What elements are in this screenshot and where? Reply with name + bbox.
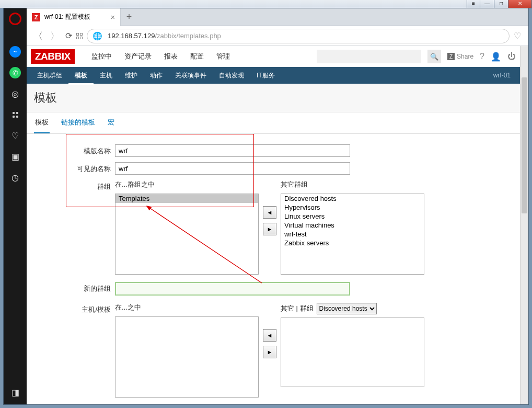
header-search-input[interactable] [317,50,421,63]
camera-icon[interactable]: ◎ [9,88,21,99]
new-group-input[interactable] [115,282,350,296]
form-tab[interactable]: 模板 [34,112,50,133]
page-title-bar: 模板 [27,84,520,112]
globe-icon: 🌐 [92,31,102,41]
list-item[interactable]: Hypervisors [281,203,424,212]
top-nav-item[interactable]: 报表 [158,47,184,66]
speed-dial-icon[interactable] [9,109,21,120]
top-nav: 监控中资产记录报表配置管理 [85,47,236,66]
top-nav-item[interactable]: 配置 [184,47,210,66]
in-groups-listbox[interactable]: Templates [115,194,259,275]
messenger-icon[interactable]: ~ [9,46,21,58]
label-groups: 群组 [34,180,115,191]
label-visible-name: 可见的名称 [34,162,115,174]
window-close-button[interactable]: ✕ [508,0,532,8]
power-icon[interactable]: ⏻ [507,52,516,61]
tab-title: wrf-01: 配置模板 [44,13,90,21]
heart-outline-icon[interactable]: ♡ [9,130,21,141]
other-groups-listbox[interactable]: Discovered hostsHypervisorsLinux servers… [281,194,424,275]
sub-nav-item[interactable]: 动作 [144,66,169,85]
speeddial-button[interactable] [76,33,83,39]
opera-sidebar: ~ ✆ ◎ ♡ ▣ ◷ ◨ [4,8,27,404]
tab-close-icon[interactable]: × [111,13,115,21]
list-item[interactable]: Linux servers [281,212,424,221]
window-menu-button[interactable]: ≡ [467,0,480,8]
label-template-name: 模版名称 [34,144,115,156]
zabbix-header: ZABBIX 监控中资产记录报表配置管理 🔍 ZShare ? 👤 ⏻ [27,46,520,67]
url-path: /zabbix/templates.php [155,32,221,40]
nav-forward-button[interactable]: 〉 [49,30,61,42]
sidebar-toggle-icon[interactable]: ◨ [9,387,21,398]
sub-nav-item[interactable]: 维护 [119,66,144,85]
sub-nav: 主机群组模板主机维护动作关联项事件自动发现IT服务wrf-01 [27,67,520,84]
sub-nav-item[interactable]: IT服务 [250,66,281,85]
label-host-template: 主机/模板 [34,303,115,314]
host-move-left-button[interactable]: ◄ [263,329,276,342]
browser-tab[interactable]: Z wrf-01: 配置模板 × [27,8,121,26]
opera-logo-icon[interactable] [9,13,21,25]
history-icon[interactable]: ◷ [9,172,21,183]
window-minimize-button[interactable]: — [480,0,494,8]
sub-nav-item[interactable]: 模板 [68,66,94,85]
vertical-scrollbar[interactable] [520,46,528,404]
form-tabs: 模板链接的模板宏 [27,112,520,134]
context-label: wrf-01 [493,72,516,79]
help-icon[interactable]: ? [480,52,484,61]
sub-nav-item[interactable]: 主机 [94,66,119,85]
form-tab[interactable]: 宏 [107,112,115,133]
move-left-button[interactable]: ◄ [263,206,276,219]
tab-favicon-icon: Z [32,13,40,21]
sub-nav-item[interactable]: 主机群组 [31,66,68,85]
browser-tab-bar: Z wrf-01: 配置模板 × + [27,8,528,26]
search-icon[interactable]: 🔍 [427,50,441,63]
browser-window: ~ ✆ ◎ ♡ ▣ ◷ ◨ Z wrf-01: 配置模板 × + 〈 〉 ⟳ 🌐 [3,8,529,405]
share-label: Share [457,53,473,60]
bookmark-heart-icon[interactable]: ♡ [514,31,521,41]
user-icon[interactable]: 👤 [491,52,501,62]
list-item[interactable]: Templates [115,194,258,203]
in-hosts-listbox[interactable] [115,316,259,398]
other-group-select[interactable]: Discovered hosts [317,303,377,314]
window-titlebar: ≡ — □ ✕ [0,0,532,8]
template-name-input[interactable] [115,144,350,157]
list-item[interactable]: Zabbix servers [281,239,424,247]
host-move-right-button[interactable]: ► [263,346,276,358]
label-in: 在...之中 [115,303,259,312]
nav-back-button[interactable]: 〈 [32,30,44,42]
list-item[interactable]: Discovered hosts [281,194,424,203]
top-nav-item[interactable]: 管理 [210,47,236,66]
form-tab[interactable]: 链接的模板 [60,112,96,133]
label-other-select: 其它 | 群组 [281,304,314,313]
zabbix-logo[interactable]: ZABBIX [31,49,75,64]
list-item[interactable]: wrf-test [281,230,424,239]
label-in-groups: 在...群组之中 [115,180,259,189]
visible-name-input[interactable] [115,162,350,175]
sub-nav-item[interactable]: 关联项事件 [169,66,213,85]
other-hosts-listbox[interactable] [281,318,424,387]
top-nav-item[interactable]: 监控中 [85,47,118,66]
sub-nav-item[interactable]: 自动发现 [213,66,250,85]
window-maximize-button[interactable]: □ [494,0,508,8]
url-host: 192.168.57.129 [108,32,155,40]
top-nav-item[interactable]: 资产记录 [118,47,158,66]
list-item[interactable]: Virtual machines [281,221,424,230]
news-icon[interactable]: ▣ [9,151,21,162]
whatsapp-icon[interactable]: ✆ [9,67,21,78]
share-link[interactable]: ZShare [447,53,473,60]
page-content: ZABBIX 监控中资产记录报表配置管理 🔍 ZShare ? 👤 ⏻ 主机群组… [27,46,528,404]
page-title: 模板 [34,90,513,106]
new-tab-button[interactable]: + [121,12,137,22]
label-other-groups: 其它群组 [281,180,424,189]
label-new-group: 新的群组 [34,282,115,293]
move-right-button[interactable]: ► [263,223,276,235]
reload-button[interactable]: ⟳ [65,31,72,41]
address-bar: 〈 〉 ⟳ 🌐 192.168.57.129/zabbix/templates.… [27,26,528,46]
url-input[interactable]: 🌐 192.168.57.129/zabbix/templates.php [87,29,510,43]
